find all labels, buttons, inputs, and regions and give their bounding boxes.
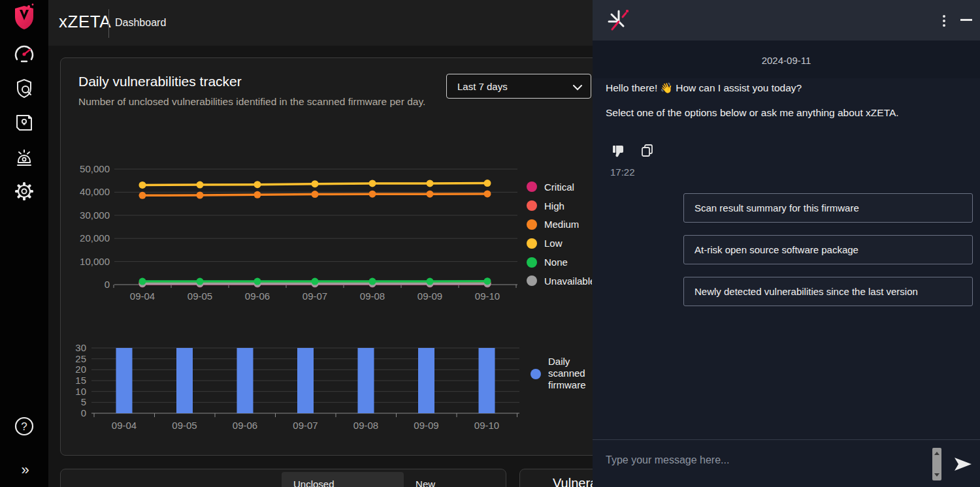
chevron-down-icon [573,85,582,91]
svg-text:09-08: 09-08 [353,420,378,431]
svg-text:09-08: 09-08 [360,291,385,302]
time-range-select[interactable]: Last 7 days [446,74,591,99]
legend-label: Medium [544,219,579,230]
legend-item-none[interactable]: None [527,253,592,272]
legend-item-high[interactable]: High [527,196,592,215]
svg-text:20,000: 20,000 [80,232,110,244]
svg-text:09-10: 09-10 [475,291,500,302]
bar-chart: 05101520253009-0409-0509-0609-0709-0809-… [65,339,528,437]
option-scan-summary[interactable]: Scan result summary for this firmware [683,193,973,223]
svg-text:09-05: 09-05 [172,420,197,431]
thumbs-down-icon[interactable] [612,144,626,158]
minimize-icon[interactable] [960,19,972,21]
sidebar-item-dashboard[interactable] [11,40,37,67]
svg-text:09-07: 09-07 [293,420,318,431]
option-at-risk-packages[interactable]: At-risk open source software package [683,235,973,264]
svg-text:10,000: 10,000 [80,256,110,267]
sidebar-item-help[interactable]: ? [11,413,37,439]
legend-item-unavailable[interactable]: Unavailable [527,272,592,291]
svg-text:09-09: 09-09 [414,420,438,431]
svg-text:09-05: 09-05 [188,291,212,302]
legend-dot [531,369,541,379]
wave-emoji-icon: 👋 [661,82,673,93]
svg-text:09-04: 09-04 [130,291,155,302]
message-input[interactable]: Type your message here... [606,454,729,466]
input-scrollbar[interactable] [932,448,941,480]
chat-input-bar: Type your message here... [593,439,980,487]
svg-text:50,000: 50,000 [80,163,110,174]
assistant-prompt: Select one of the options below or ask m… [606,107,899,119]
svg-text:09-06: 09-06 [233,420,257,431]
xzeta-shield-logo-icon [11,3,37,31]
firmware-scan-icon [12,76,36,100]
copy-icon[interactable] [640,144,655,158]
sidebar-item-settings[interactable] [11,178,37,204]
send-icon[interactable] [953,456,973,473]
legend-item-critical[interactable]: Critical [527,178,592,196]
legend-dot [527,257,537,268]
svg-text:09-06: 09-06 [245,291,270,302]
svg-text:?: ? [21,420,27,433]
svg-text:15: 15 [75,375,86,386]
unclosed-vulnerabilities-card: Unclosed vulnerabilities New vulnerabili… [60,469,506,487]
assistant-greeting: Hello there! 👋 How can I assist you toda… [606,82,802,94]
legend-dot [527,238,537,249]
alerts-icon [12,145,36,168]
sidebar-item-alerts[interactable] [11,144,37,170]
chat-header [593,0,980,40]
sidebar-item-report[interactable] [11,109,37,135]
brand-divider [108,9,109,38]
sidebar: ? » [0,0,48,487]
svg-text:40,000: 40,000 [80,186,110,197]
svg-text:0: 0 [81,407,86,418]
svg-text:09-04: 09-04 [112,420,137,431]
tab-unclosed-vulnerabilities[interactable]: Unclosed vulnerabilities [282,472,404,487]
settings-gear-icon [12,180,36,203]
dashboard-gauge-icon [12,42,36,65]
legend-item-low[interactable]: Low [527,234,592,253]
option-new-vulnerabilities[interactable]: Newly detected vulnerabilities since the… [683,277,973,306]
xzeta-shield-logo[interactable] [11,4,37,30]
svg-text:09-10: 09-10 [474,420,499,431]
legend-dot [527,200,537,211]
svg-text:5: 5 [81,396,86,407]
time-range-value: Last 7 days [457,81,508,92]
svg-text:20: 20 [75,364,86,375]
legend-label: Unavailable [544,275,592,287]
kebab-menu-icon[interactable] [938,13,951,27]
card-subtitle: Number of unclosed vulnerabilities ident… [78,94,444,109]
legend-dot [527,219,537,230]
legend-dot [527,275,537,286]
svg-text:25: 25 [75,353,86,364]
legend-label: Low [544,238,563,249]
help-icon: ? [13,415,35,437]
legend-label: High [544,200,564,212]
chat-assistant-panel: 2024-09-11 Hello there! 👋 How can I assi… [593,0,980,487]
legend-item-medium[interactable]: Medium [527,215,592,234]
legend-label: Critical [544,181,574,193]
svg-text:0: 0 [105,279,110,290]
chat-date-strip: 2024-09-11 [593,40,980,78]
line-chart-legend: CriticalHighMediumLowNoneUnavailable [527,178,592,291]
svg-text:30: 30 [75,342,86,353]
assistant-logo-icon [604,7,633,35]
app-brand: xZETA [59,12,111,32]
bar-chart-legend: Daily scanned firmware [531,356,592,391]
svg-text:30,000: 30,000 [80,210,110,221]
expand-sidebar-icon[interactable]: » [11,457,37,483]
legend-label: Daily scanned firmware [548,356,592,391]
tab-new-vulnerabilities[interactable]: New vulnerabilities [404,472,506,487]
page-title: Dashboard [115,17,166,29]
svg-text:09-07: 09-07 [302,291,327,302]
line-chart: 010,00020,00030,00040,00050,00009-0409-0… [65,162,528,302]
legend-dot [527,181,537,192]
legend-label: None [544,257,568,268]
chat-date: 2024-09-11 [593,55,980,66]
message-timestamp: 17:22 [610,166,635,178]
message-actions [612,144,655,158]
tab-strip: Unclosed vulnerabilities New vulnerabili… [282,472,506,487]
sidebar-item-scan[interactable] [11,75,37,101]
chat-options: Scan result summary for this firmware At… [683,193,973,319]
svg-text:09-09: 09-09 [417,291,442,302]
svg-text:10: 10 [75,386,86,397]
